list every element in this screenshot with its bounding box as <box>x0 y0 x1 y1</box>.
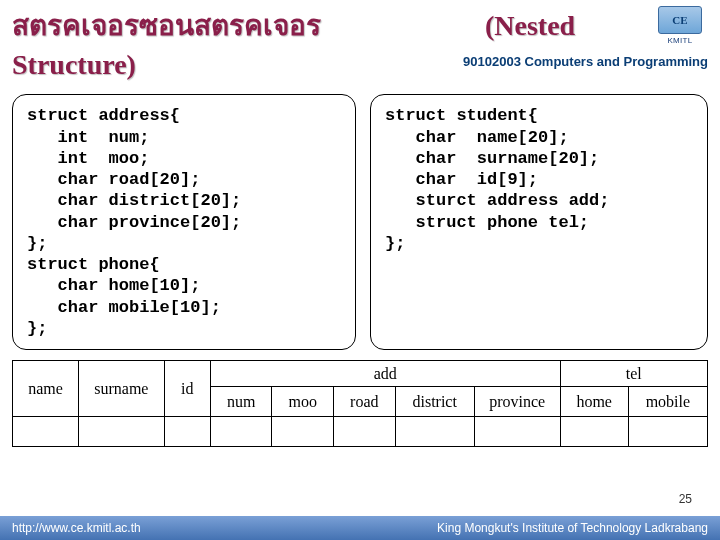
code-left-box: struct address{ int num; int moo; char r… <box>12 94 356 350</box>
slide-header: สตรคเจอรซอนสตรคเจอร (Nested Structure) C… <box>0 0 720 90</box>
title-part-structure: Structure) <box>12 49 136 80</box>
title-part-nested: (Nested <box>485 10 575 41</box>
footer-url: http://www.ce.kmitl.ac.th <box>12 521 141 535</box>
course-code: 90102003 Computers and Programming <box>463 54 708 69</box>
col-name: name <box>13 361 79 417</box>
title-part-thai: สตรคเจอรซอนสตรคเจอร <box>12 10 321 41</box>
slide-title: สตรคเจอรซอนสตรคเจอร (Nested Structure) <box>12 6 708 84</box>
slide-footer: http://www.ce.kmitl.ac.th King Mongkut's… <box>0 516 720 540</box>
struct-table: name surname id add tel num moo road dis… <box>0 358 720 447</box>
col-id: id <box>164 361 210 417</box>
logo-subtext: KMITL <box>652 36 708 45</box>
group-tel: tel <box>560 361 707 387</box>
col-num: num <box>210 387 272 417</box>
col-province: province <box>474 387 560 417</box>
logo-badge: CE <box>658 6 702 34</box>
col-surname: surname <box>78 361 164 417</box>
col-moo: moo <box>272 387 334 417</box>
col-district: district <box>395 387 474 417</box>
code-right-box: struct student{ char name[20]; char surn… <box>370 94 708 350</box>
institution-logo: CE KMITL <box>652 6 708 54</box>
table-row <box>13 417 708 447</box>
group-add: add <box>210 361 560 387</box>
footer-institution: King Mongkut's Institute of Technology L… <box>437 521 708 535</box>
col-home: home <box>560 387 628 417</box>
page-number: 25 <box>679 492 692 506</box>
code-columns: struct address{ int num; int moo; char r… <box>0 90 720 358</box>
table-group-row: name surname id add tel <box>13 361 708 387</box>
col-road: road <box>334 387 396 417</box>
col-mobile: mobile <box>628 387 707 417</box>
